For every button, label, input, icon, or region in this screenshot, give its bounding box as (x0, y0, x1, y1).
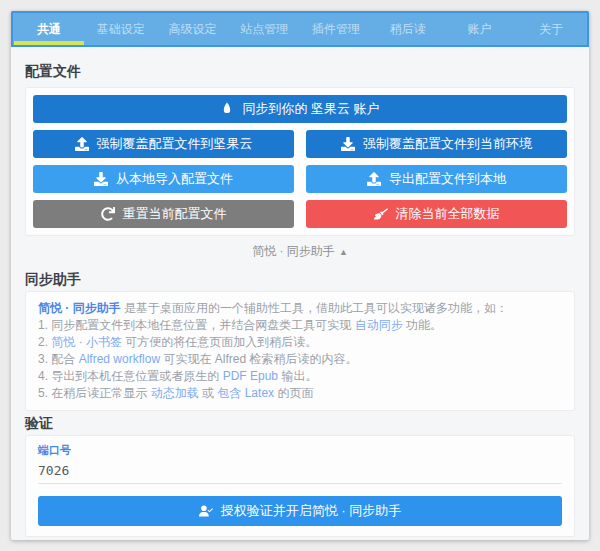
button-label: 强制覆盖配置文件到当前环境 (363, 135, 532, 153)
section-title-profile: 配置文件 (25, 63, 575, 79)
assistant-collapse-toggle[interactable]: 简悦 · 同步助手▲ (25, 236, 575, 267)
force-apply-current-button[interactable]: 强制覆盖配置文件到当前环境 (306, 130, 567, 158)
text-run: 4. 导出到本机任意位置或者原生的 (38, 369, 223, 383)
inline-link[interactable]: 自动同步 (355, 318, 403, 332)
upload-icon (75, 137, 89, 151)
clear-data-button[interactable]: 清除当前全部数据 (306, 200, 567, 228)
reset-icon (101, 207, 115, 221)
export-icon (367, 172, 381, 186)
text-run: 3. 配合 (38, 352, 79, 366)
feature-list: 1. 同步配置文件到本地任意位置，并结合网盘类工具可实现 自动同步 功能。2. … (38, 317, 562, 402)
feature-item: 2. 简悦 · 小书签 可方便的将任意页面加入到稍后读。 (38, 334, 562, 351)
assistant-help-card: 简悦 · 同步助手 是基于桌面应用的一个辅助性工具，借助此工具可以实现诸多功能，… (25, 291, 575, 411)
settings-window: 共通基础设定高级设定站点管理插件管理稍后读账户关于 配置文件 同步到你的 坚果云… (11, 11, 589, 540)
button-label: 清除当前全部数据 (396, 205, 500, 223)
text-run: 或 (199, 386, 218, 400)
settings-content: 配置文件 同步到你的 坚果云 账户 强制覆盖配置文件到坚果云强制覆盖配置文件到当… (11, 47, 589, 537)
tab-sites[interactable]: 站点管理 (228, 13, 300, 45)
button-label: 导出配置文件到本地 (389, 170, 506, 188)
profile-card: 同步到你的 坚果云 账户 强制覆盖配置文件到坚果云强制覆盖配置文件到当前环境从本… (25, 87, 575, 236)
text-run: 输出。 (278, 369, 317, 383)
feature-item: 5. 在稍后读正常显示 动态加载 或 包含 Latex 的页面 (38, 385, 562, 402)
tab-read-later[interactable]: 稍后读 (372, 13, 444, 45)
inline-link[interactable]: 简悦 · 小书签 (51, 335, 122, 349)
button-label: 从本地导入配置文件 (116, 170, 233, 188)
assistant-intro: 简悦 · 同步助手 是基于桌面应用的一个辅助性工具，借助此工具可以实现诸多功能，… (38, 300, 562, 317)
inline-link[interactable]: 简悦 · 同步助手 (38, 301, 121, 315)
feature-item: 1. 同步配置文件到本地任意位置，并结合网盘类工具可实现 自动同步 功能。 (38, 317, 562, 334)
export-local-button[interactable]: 导出配置文件到本地 (306, 165, 567, 193)
authorize-button-label: 授权验证并开启简悦 · 同步助手 (221, 502, 402, 520)
port-label: 端口号 (38, 444, 562, 456)
text-run: 功能。 (403, 318, 442, 332)
text-run: 1. 同步配置文件到本地任意位置，并结合网盘类工具可实现 (38, 318, 355, 332)
sync-nutstore-label: 同步到你的 坚果云 账户 (242, 100, 379, 118)
text-run: 2. (38, 335, 51, 349)
text-run: 是基于桌面应用的一个辅助性工具，借助此工具可以实现诸多功能，如： (121, 301, 508, 315)
tab-about[interactable]: 关于 (515, 13, 587, 45)
section-title-verify: 验证 (25, 415, 575, 431)
tab-advanced[interactable]: 高级设定 (157, 13, 229, 45)
tab-basic[interactable]: 基础设定 (85, 13, 157, 45)
collapse-toggle-label: 简悦 · 同步助手 (252, 244, 335, 258)
inline-link[interactable]: Alfred workflow (79, 352, 160, 366)
section-title-assistant: 同步助手 (25, 271, 575, 287)
text-run: 可方便的将任意页面加入到稍后读。 (122, 335, 317, 349)
clean-icon (374, 207, 388, 221)
text-run: 可实现在 Alfred 检索稍后读的内容。 (160, 352, 357, 366)
button-label: 重置当前配置文件 (123, 205, 227, 223)
tab-plugins[interactable]: 插件管理 (300, 13, 372, 45)
profile-button-grid: 强制覆盖配置文件到坚果云强制覆盖配置文件到当前环境从本地导入配置文件导出配置文件… (33, 130, 567, 228)
port-input[interactable] (38, 460, 562, 484)
reset-config-button[interactable]: 重置当前配置文件 (33, 200, 294, 228)
inline-link[interactable]: 包含 Latex (217, 386, 274, 400)
inline-link[interactable]: 动态加载 (151, 386, 199, 400)
user-check-icon (199, 504, 213, 518)
tab-common[interactable]: 共通 (13, 13, 85, 45)
tab-account[interactable]: 账户 (444, 13, 516, 45)
import-local-button[interactable]: 从本地导入配置文件 (33, 165, 294, 193)
nutstore-icon (220, 102, 234, 116)
feature-item: 3. 配合 Alfred workflow 可实现在 Alfred 检索稍后读的… (38, 351, 562, 368)
feature-item: 4. 导出到本机任意位置或者原生的 PDF Epub 输出。 (38, 368, 562, 385)
inline-link[interactable]: PDF Epub (223, 369, 278, 383)
text-run: 5. 在稍后读正常显示 (38, 386, 151, 400)
verify-card: 端口号 授权验证并开启简悦 · 同步助手 (25, 435, 575, 537)
authorize-button[interactable]: 授权验证并开启简悦 · 同步助手 (38, 496, 562, 526)
import-icon (94, 172, 108, 186)
button-label: 强制覆盖配置文件到坚果云 (97, 135, 253, 153)
text-run: 的页面 (274, 386, 313, 400)
sync-nutstore-button[interactable]: 同步到你的 坚果云 账户 (33, 95, 567, 123)
chevron-up-icon: ▲ (339, 247, 348, 257)
download-icon (341, 137, 355, 151)
force-upload-nutstore-button[interactable]: 强制覆盖配置文件到坚果云 (33, 130, 294, 158)
tab-bar: 共通基础设定高级设定站点管理插件管理稍后读账户关于 (11, 11, 589, 47)
